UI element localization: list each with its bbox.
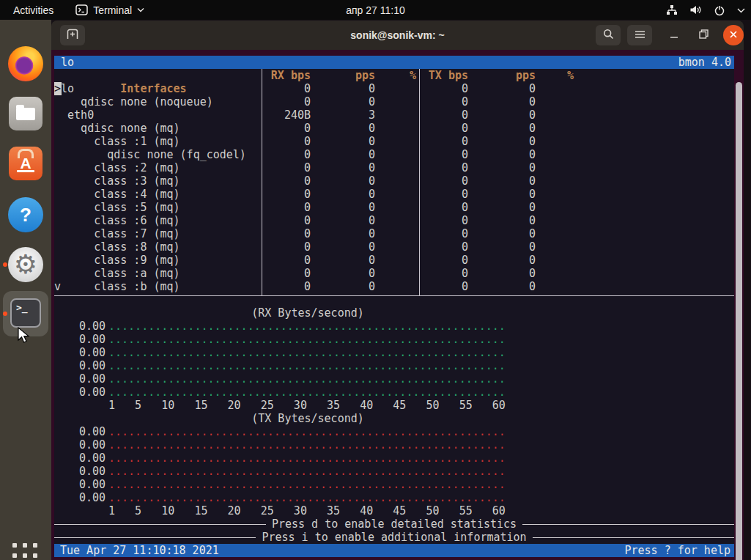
hint-additional-info: Press i to enable additional information [54, 531, 734, 544]
desktop: Activities Terminal апр 27 11:10 [0, 0, 751, 560]
cell-rx_bps: 0 [237, 188, 311, 201]
cell-tx_pps: 0 [462, 214, 536, 227]
menu-button[interactable] [627, 25, 652, 45]
interface-row: qdisc none (mq)0000 [54, 122, 734, 135]
cell-rx_pps: 0 [302, 254, 375, 267]
graph-dots-rx: ........................................… [108, 333, 506, 346]
terminal-icon: >_ [10, 298, 41, 328]
interface-name: class :7 (mq) [54, 227, 180, 240]
dock-item-terminal[interactable]: >_ [8, 295, 43, 331]
cell-rx_bps: 0 [237, 95, 311, 108]
cell-rx_bps: 0 [237, 174, 311, 188]
cell-tx_pps: 0 [462, 227, 536, 240]
interface-name: class :6 (mq) [54, 214, 180, 227]
graph-x-axis: 1 5 10 15 20 25 30 35 40 45 50 55 60 [54, 504, 734, 517]
graph-title: (RX Bytes/second) [54, 306, 561, 320]
interface-row: class :6 (mq)0000 [54, 214, 734, 227]
graph-dots-rx: ........................................… [108, 359, 506, 372]
restore-button[interactable] [693, 25, 714, 45]
cell-rx_pps: 0 [302, 227, 375, 240]
firefox-icon [8, 46, 43, 81]
app-menu[interactable]: Terminal [75, 4, 144, 16]
chevron-down-icon [737, 7, 745, 13]
cell-tx_bps: 0 [395, 240, 468, 254]
cell-tx_pps: 0 [462, 201, 536, 214]
bmon-screen: lo bmon 4.0 Interfaces RX bps pps % TX b… [54, 56, 734, 557]
column-separator [262, 69, 262, 295]
interface-row: class :7 (mq)0000 [54, 227, 734, 240]
graph-y-label: 0.00 [54, 320, 106, 333]
dock-item-settings[interactable]: ⚙ [8, 247, 43, 282]
power-icon [714, 4, 725, 16]
dock-item-ubuntu-software[interactable]: A [8, 146, 43, 181]
graph-dots-tx: ........................................… [108, 452, 506, 465]
bmon-version: bmon 4.0 [678, 56, 734, 69]
files-icon [9, 97, 42, 130]
cell-rx_pps: 0 [302, 201, 375, 214]
interface-row: class :9 (mq)0000 [54, 254, 734, 267]
cell-tx_bps: 0 [395, 135, 468, 148]
interface-name: class :b (mq) [54, 280, 180, 293]
dock: A ? ⚙ >_ [0, 20, 51, 560]
cell-rx_pps: 0 [302, 82, 375, 95]
minimize-button[interactable] [664, 25, 684, 45]
graph-row: 0.00....................................… [54, 320, 734, 333]
cell-rx_pps: 0 [302, 188, 375, 201]
system-status-area[interactable] [666, 0, 745, 20]
interface-row: qdisc none (fq_codel)0000 [54, 148, 734, 161]
interface-name: qdisc none (noqueue) [54, 95, 213, 108]
cell-tx_pps: 0 [462, 148, 536, 161]
cell-rx_bps: 0 [237, 280, 311, 293]
gear-icon: ⚙ [8, 247, 43, 282]
graph-row: 0.00....................................… [54, 386, 734, 399]
terminal-scrollbar[interactable] [736, 82, 742, 560]
graph-dots-rx: ........................................… [108, 320, 506, 333]
running-indicator [3, 262, 7, 267]
terminal-content[interactable]: lo bmon 4.0 Interfaces RX bps pps % TX b… [51, 50, 744, 560]
hamburger-menu-icon [635, 29, 645, 42]
show-applications-icon[interactable] [12, 543, 39, 560]
graph-y-label: 0.00 [54, 372, 106, 386]
cell-tx_bps: 0 [395, 214, 468, 227]
interface-row: class :8 (mq)0000 [54, 240, 734, 254]
graph-row: 0.00....................................… [54, 346, 734, 359]
cell-tx_bps: 0 [395, 280, 468, 293]
terminal-window: sonik@sonik-vm: ~ [51, 21, 744, 560]
cell-rx_pps: 0 [302, 174, 375, 188]
cell-tx_pps: 0 [462, 122, 536, 135]
dock-item-help[interactable]: ? [8, 197, 43, 232]
status-help-hint: Press ? for help [625, 544, 735, 557]
graph-row: 0.00....................................… [54, 438, 734, 452]
search-button[interactable] [596, 25, 621, 45]
graph-row: 0.00....................................… [54, 452, 734, 465]
close-icon [729, 29, 738, 42]
restore-icon [699, 29, 709, 42]
interface-row: vclass :b (mq)0000 [54, 280, 734, 293]
bmon-status-bar: Tue Apr 27 11:10:18 2021 Press ? for hel… [54, 544, 734, 557]
interface-name: class :5 (mq) [54, 201, 180, 214]
cell-tx_bps: 0 [395, 82, 468, 95]
cell-rx_pps: 0 [302, 135, 375, 148]
cell-rx_bps: 0 [237, 122, 311, 135]
cell-rx_bps: 0 [237, 214, 311, 227]
interface-row: class :5 (mq)0000 [54, 201, 734, 214]
interface-row: class :a (mq)0000 [54, 267, 734, 280]
cell-tx_pps: 0 [462, 135, 536, 148]
close-button[interactable] [723, 25, 744, 45]
graph-y-label: 0.00 [54, 438, 106, 452]
graph-y-label: 0.00 [54, 359, 106, 372]
cell-tx_bps: 0 [395, 95, 468, 108]
dock-item-files[interactable] [8, 96, 43, 131]
interface-name: class :2 (mq) [54, 161, 180, 174]
cell-tx_pps: 0 [462, 280, 536, 293]
dock-item-firefox[interactable] [8, 46, 43, 81]
running-indicator [3, 312, 7, 316]
activities-button[interactable]: Activities [9, 3, 58, 18]
table-bottom-border [54, 293, 734, 306]
status-datetime: Tue Apr 27 11:10:18 2021 [54, 544, 219, 557]
cell-rx_pps: 0 [302, 95, 375, 108]
graph-y-label: 0.00 [54, 478, 106, 491]
mouse-pointer [18, 327, 32, 347]
cell-tx_bps: 0 [395, 108, 468, 122]
cell-rx_pps: 0 [302, 122, 375, 135]
